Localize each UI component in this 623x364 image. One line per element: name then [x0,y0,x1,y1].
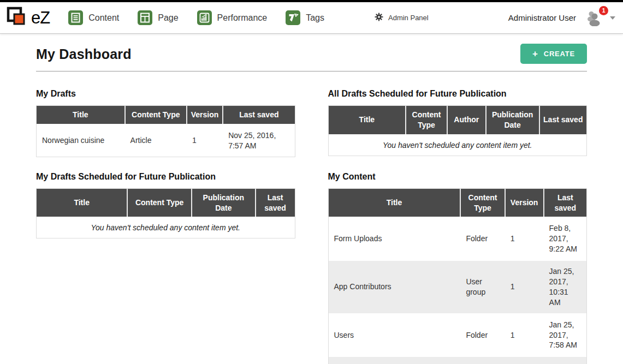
notification-badge[interactable]: 1 [599,6,608,15]
table-row[interactable]: App ContributorsUser group1Jan 25, 2017,… [329,260,587,314]
table-cell: Users [329,314,461,357]
top-navigation: eZ Content Page [0,2,623,34]
table-cell: Folder [460,314,505,357]
empty-message: You haven't scheduled any content item y… [37,217,295,238]
tags-icon [286,10,300,25]
page-header: My Dashboard + CREATE [36,46,587,71]
my-drafts-scheduled-table: TitleContent TypePublication DateLast sa… [37,189,295,238]
column-header: Title [329,106,406,135]
section-my-drafts: My Drafts TitleContent TypeVersionLast s… [36,89,295,157]
dashboard-grid: My Drafts TitleContent TypeVersionLast s… [36,89,587,364]
table-header-row: TitleContent TypeVersionLast saved [37,106,295,124]
table-row[interactable]: AppFolder1Jan 25, 2017, 7:55 AM [329,356,587,364]
nav-label-tags: Tags [306,13,324,23]
user-avatar[interactable]: 1 [585,10,603,26]
nav-item-tags[interactable]: Tags [286,10,324,25]
table-cell: Form Uploads [329,217,461,260]
table-header-row: TitleContent TypeAuthorPublication DateL… [329,106,587,135]
caret-down-icon [610,16,615,20]
content-icon [68,10,83,25]
performance-icon [197,10,212,25]
column-header: Last saved [539,106,586,135]
page-title: My Dashboard [36,46,132,62]
admin-panel-label: Admin Panel [388,14,429,22]
table-header-row: TitleContent TypeVersionLast saved [329,189,587,218]
table-cell: 1 [505,217,544,260]
column-header: Title [37,189,127,218]
table-cell: App Contributors [329,260,461,314]
column-header: Version [505,189,544,218]
section-all-drafts-scheduled: All Drafts Scheduled for Future Publicat… [328,89,588,157]
section-my-content: My Content TitleContent TypeVersionLast … [328,172,588,364]
column-header: Publication Date [486,106,539,135]
my-drafts-scheduled-table-wrapper: TitleContent TypePublication DateLast sa… [36,188,295,239]
my-content-table: TitleContent TypeVersionLast savedForm U… [329,189,587,364]
section-title-my-drafts: My Drafts [36,89,295,99]
table-cell: Folder [460,356,505,364]
create-button-label: CREATE [544,50,575,58]
table-cell: Folder [460,217,505,260]
section-title-all-drafts-scheduled: All Drafts Scheduled for Future Publicat… [328,89,588,99]
table-row[interactable]: UsersFolder1Jan 25, 2017, 7:58 AM [329,314,587,357]
nav-label-performance: Performance [217,13,268,23]
nav-item-page[interactable]: Page [138,10,178,25]
ez-logo[interactable]: eZ [5,6,50,30]
my-content-table-wrapper: TitleContent TypeVersionLast savedForm U… [328,188,588,364]
column-header: Last saved [544,189,586,218]
table-cell: Jan 25, 2017, 10:31 AM [544,260,586,314]
user-menu[interactable]: Administrator User 1 [508,10,615,26]
user-name: Administrator User [508,13,576,22]
section-title-my-content: My Content [328,172,588,182]
nav-item-performance[interactable]: Performance [197,10,268,25]
my-drafts-table-wrapper: TitleContent TypeVersionLast savedNorweg… [36,105,295,157]
section-my-drafts-scheduled: My Drafts Scheduled for Future Publicati… [36,172,295,364]
table-cell: Nov 25, 2016, 7:57 AM [223,124,294,157]
column-header: Content Type [125,106,187,124]
table-header-row: TitleContent TypePublication DateLast sa… [37,189,295,218]
gear-icon [375,13,383,23]
all-drafts-scheduled-table-wrapper: TitleContent TypeAuthorPublication DateL… [328,105,588,156]
ez-logo-icon [5,6,28,30]
plus-icon: + [532,50,538,57]
table-cell: 1 [505,314,544,357]
admin-panel-button[interactable]: Admin Panel [375,13,429,23]
nav-label-content: Content [88,13,119,23]
nav-label-page: Page [158,13,178,23]
column-header: Last saved [256,189,295,218]
table-row[interactable]: Form UploadsFolder1Feb 8, 2017, 9:22 AM [329,217,587,260]
column-header: Content Type [460,189,505,218]
column-header: Title [37,106,125,124]
column-header: Version [187,106,223,124]
column-header: Last saved [223,106,294,124]
empty-row: You haven't scheduled any content item y… [329,135,587,156]
table-cell: User group [460,260,505,314]
table-cell: 1 [505,260,544,314]
nav-item-content[interactable]: Content [68,10,119,25]
column-header: Content Type [127,189,192,218]
column-header: Title [329,189,461,218]
table-cell: Norwegian cuisine [37,124,125,157]
empty-message: You haven't scheduled any content item y… [329,135,587,156]
my-drafts-table: TitleContent TypeVersionLast savedNorweg… [37,106,295,157]
column-header: Publication Date [192,189,256,218]
column-header: Author [447,106,486,135]
table-cell: Jan 25, 2017, 7:55 AM [544,356,586,364]
table-cell: Feb 8, 2017, 9:22 AM [544,217,586,260]
table-row[interactable]: Norwegian cuisineArticle1Nov 25, 2016, 7… [37,124,295,157]
section-title-my-drafts-scheduled: My Drafts Scheduled for Future Publicati… [36,172,295,182]
table-cell: Jan 25, 2017, 7:58 AM [544,314,586,357]
all-drafts-scheduled-table: TitleContent TypeAuthorPublication DateL… [329,106,587,156]
table-cell: Article [125,124,187,157]
page-icon [138,10,152,25]
table-cell: 1 [187,124,223,157]
ez-logo-text: eZ [31,8,50,28]
empty-row: You haven't scheduled any content item y… [37,217,295,238]
dashboard-main: My Dashboard + CREATE My Drafts TitleCon… [0,46,623,364]
create-button[interactable]: + CREATE [520,44,587,64]
column-header: Content Type [406,106,447,135]
table-cell: 1 [505,356,544,364]
table-cell: App [329,356,461,364]
